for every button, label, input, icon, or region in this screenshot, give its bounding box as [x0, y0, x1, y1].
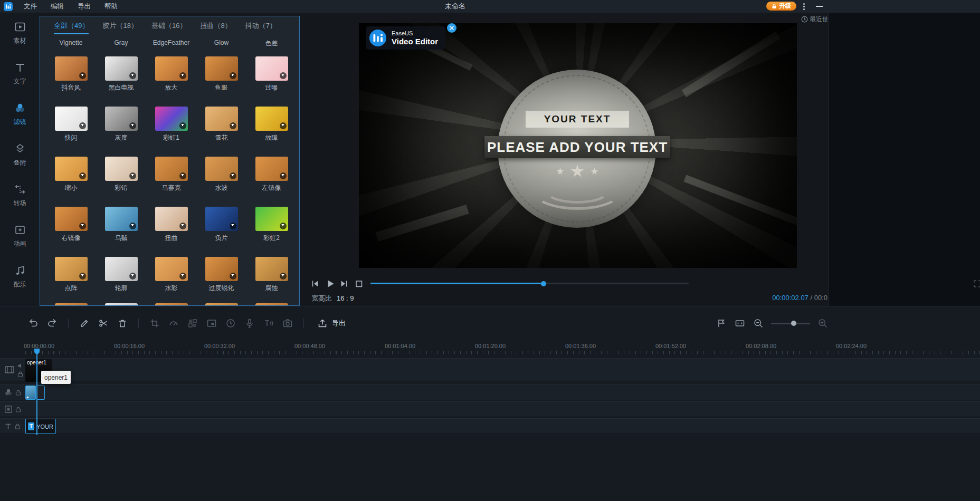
download-icon[interactable]: [230, 273, 236, 280]
track-effects[interactable]: [0, 384, 980, 400]
filter-thumbnail[interactable]: [155, 207, 188, 231]
download-icon[interactable]: [179, 72, 186, 79]
tab-distort[interactable]: 扭曲（8）: [200, 21, 231, 34]
filter-item[interactable]: 马赛克: [146, 157, 196, 192]
filter-item[interactable]: 彩虹1: [146, 107, 196, 142]
filter-thumbnail[interactable]: [205, 157, 238, 181]
export-button[interactable]: 导出: [317, 318, 346, 329]
filter-item[interactable]: 水彩: [146, 257, 196, 293]
download-icon[interactable]: [230, 72, 236, 79]
filter-item[interactable]: 右镜像: [46, 207, 96, 243]
download-icon[interactable]: [230, 122, 236, 129]
download-icon[interactable]: [79, 122, 86, 129]
tab-basic[interactable]: 基础（16）: [151, 21, 186, 34]
filter-item[interactable]: 雪花: [196, 107, 246, 142]
filter-thumbnail[interactable]: [205, 207, 238, 231]
filter-thumbnail[interactable]: [105, 107, 138, 131]
crop-icon[interactable]: [149, 318, 160, 329]
filter-item[interactable]: 缩小: [46, 157, 96, 192]
filter-item[interactable]: 黑白电视: [96, 56, 146, 92]
filter-item[interactable]: 乌贼: [96, 207, 146, 243]
fullscreen-icon[interactable]: [973, 280, 980, 288]
filter-clip[interactable]: [36, 386, 45, 400]
next-frame-button[interactable]: [340, 280, 348, 288]
download-icon[interactable]: [280, 273, 287, 280]
filter-item[interactable]: 彩虹2: [246, 207, 297, 243]
filter-item[interactable]: 点阵: [46, 257, 96, 293]
filter-item[interactable]: 轮廓: [96, 257, 146, 293]
filter-thumbnail[interactable]: [255, 207, 288, 231]
download-icon[interactable]: [230, 223, 236, 229]
download-icon[interactable]: [280, 72, 287, 79]
filter-thumbnail[interactable]: [105, 56, 138, 81]
track-text[interactable]: T YOUR: [0, 418, 980, 434]
sidebar-item-media[interactable]: 素材: [0, 13, 40, 53]
edit-icon[interactable]: [79, 318, 90, 329]
filter-thumbnail[interactable]: [255, 107, 288, 131]
aspect-ratio[interactable]: 宽高比16 : 9: [311, 294, 354, 303]
filter-item[interactable]: Gray: [96, 36, 146, 48]
speed-icon[interactable]: [168, 318, 179, 329]
download-icon[interactable]: [179, 273, 186, 280]
watermark-close-icon[interactable]: [447, 23, 456, 33]
lock-track-icon[interactable]: [17, 371, 23, 377]
filter-item[interactable]: 彩铅: [96, 157, 146, 192]
download-icon[interactable]: [79, 172, 86, 179]
filter-item[interactable]: 抖音风: [46, 56, 96, 92]
zoom-in-icon[interactable]: [817, 318, 829, 329]
upgrade-button[interactable]: 升级: [766, 2, 796, 11]
fit-timeline-icon[interactable]: [734, 318, 746, 329]
track-overlay[interactable]: [0, 401, 980, 417]
voiceover-icon[interactable]: [244, 318, 255, 329]
redo-icon[interactable]: [46, 319, 58, 328]
lock-track-icon[interactable]: [15, 423, 21, 429]
menu-help[interactable]: 帮助: [98, 0, 125, 13]
delete-icon[interactable]: [117, 318, 128, 329]
filter-thumbnail[interactable]: [155, 157, 188, 181]
filter-thumbnail[interactable]: [255, 56, 288, 81]
filter-thumbnail[interactable]: [105, 157, 138, 181]
download-icon[interactable]: [129, 122, 136, 129]
filter-thumbnail[interactable]: [155, 257, 188, 281]
download-icon[interactable]: [129, 223, 136, 229]
filter-thumbnail[interactable]: [55, 56, 88, 81]
filter-item[interactable]: 色差: [246, 36, 297, 48]
zoom-out-icon[interactable]: [753, 318, 764, 329]
zoom-slider-handle[interactable]: [791, 321, 796, 326]
download-icon[interactable]: [230, 172, 236, 179]
filter-thumbnail[interactable]: [55, 207, 88, 231]
download-icon[interactable]: [79, 223, 86, 229]
filter-item[interactable]: EdgeFeather: [146, 36, 196, 48]
play-button[interactable]: [326, 279, 335, 288]
mosaic-icon[interactable]: [187, 318, 198, 329]
text-to-speech-icon[interactable]: [263, 318, 274, 329]
track-video[interactable]: opener1: [0, 358, 980, 381]
filter-item[interactable]: 过度锐化: [196, 257, 246, 293]
snapshot-icon[interactable]: [282, 318, 293, 329]
mute-track-icon[interactable]: [17, 363, 23, 369]
download-icon[interactable]: [179, 223, 186, 229]
download-icon[interactable]: [129, 172, 136, 179]
filter-item[interactable]: 左镜像: [246, 157, 297, 192]
seek-handle[interactable]: [541, 281, 546, 286]
filter-thumbnail[interactable]: [205, 257, 238, 281]
filter-thumbnail[interactable]: [55, 107, 88, 131]
filter-thumbnail[interactable]: [55, 257, 88, 281]
tab-all[interactable]: 全部（49）: [54, 21, 89, 34]
download-icon[interactable]: [280, 172, 287, 179]
menu-export[interactable]: 导出: [71, 0, 98, 13]
menu-file[interactable]: 文件: [17, 0, 44, 13]
filter-thumbnail[interactable]: [205, 56, 238, 81]
previous-frame-button[interactable]: [311, 280, 319, 288]
download-icon[interactable]: [179, 122, 186, 129]
sidebar-item-transitions[interactable]: 转场: [0, 175, 40, 216]
minimize-icon[interactable]: [816, 6, 823, 7]
filter-thumbnail[interactable]: [255, 257, 288, 281]
recently-used-button[interactable]: 最近使: [801, 15, 827, 24]
filter-item[interactable]: 负片: [196, 207, 246, 243]
video-canvas[interactable]: YOUR TEXT PLEASE ADD YOUR TEXT EaseUS Vi…: [359, 23, 797, 268]
lock-track-icon[interactable]: [15, 390, 21, 396]
lock-track-icon[interactable]: [15, 407, 21, 412]
filter-item[interactable]: 快闪: [46, 107, 96, 142]
timeline-zoom-slider[interactable]: [771, 323, 810, 324]
